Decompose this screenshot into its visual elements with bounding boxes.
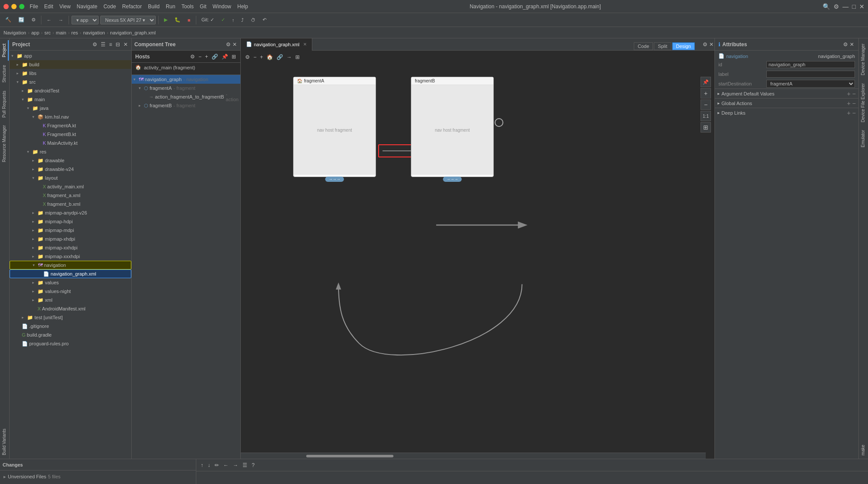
tree-item-mipmap-anydpi[interactable]: ▸📁 mipmap-anydpi-v26: [10, 208, 131, 217]
git-checkmark-btn[interactable]: ✓: [219, 16, 228, 24]
minimize-button[interactable]: [11, 4, 17, 9]
attr-help-icon[interactable]: ℹ: [718, 41, 721, 48]
window-close-icon[interactable]: ✕: [859, 3, 865, 10]
menu-tools[interactable]: Tools: [181, 3, 194, 10]
tree-item-androidmanifest[interactable]: ▸X AndroidManifest.xml: [10, 304, 131, 313]
zoom-add-icon[interactable]: 📌: [701, 77, 711, 87]
git-update-btn[interactable]: ↑: [229, 16, 237, 24]
git-up-btn[interactable]: ↑: [200, 461, 204, 469]
maximize-button[interactable]: [19, 4, 24, 9]
hosts-pin-btn[interactable]: 📌: [221, 53, 229, 61]
tree-item-build[interactable]: ▸📁 build: [10, 60, 131, 69]
project-settings-btn[interactable]: ⚙: [92, 41, 98, 48]
canvas-fit-btn[interactable]: ⊞: [294, 53, 301, 61]
device-dropdown[interactable]: Nexus 5X API 27 ▾: [100, 16, 156, 24]
tree-item-app[interactable]: ▾📁 app: [10, 51, 131, 60]
tree-item-values[interactable]: ▸📁 values: [10, 278, 131, 287]
toolbar-run-btn[interactable]: ▶: [161, 16, 170, 24]
tree-item-mipmap-xhdpi[interactable]: ▸📁 mipmap-xhdpi: [10, 235, 131, 243]
menu-build[interactable]: Build: [148, 3, 160, 10]
project-close-btn[interactable]: ✕: [123, 41, 129, 48]
sidebar-item-build-variants[interactable]: Build Variants: [0, 425, 9, 459]
zoom-in-btn[interactable]: +: [701, 88, 711, 99]
attr-input-id[interactable]: [766, 61, 855, 68]
editor-panel-settings[interactable]: ⚙: [702, 41, 708, 48]
git-unversioned-item[interactable]: ▸ Unversioned Files 5 files: [2, 472, 194, 481]
project-filter-btn[interactable]: ≡: [108, 41, 113, 48]
tab-close-icon[interactable]: ✕: [303, 42, 307, 47]
menu-edit[interactable]: Edit: [44, 3, 53, 10]
menu-window[interactable]: Window: [212, 3, 231, 10]
hosts-link-btn[interactable]: 🔗: [211, 53, 219, 61]
fragment-b-action-pill[interactable]: →→→: [443, 177, 462, 182]
toolbar-stop-btn[interactable]: ■: [185, 16, 193, 24]
app-dropdown[interactable]: ▾ app: [72, 16, 99, 24]
sidebar-item-resource-manager[interactable]: Resource Manager: [0, 122, 9, 166]
menu-view[interactable]: View: [59, 3, 71, 10]
editor-tab-nav-graph[interactable]: 📄 navigation_graph.xml ✕: [241, 38, 312, 51]
tree-item-mipmap-xxhdpi[interactable]: ▸📁 mipmap-xxhdpi: [10, 243, 131, 252]
canvas-arrow-btn[interactable]: →: [286, 53, 293, 61]
git-help-btn[interactable]: ?: [251, 461, 256, 469]
search-toolbar-icon[interactable]: 🔍: [823, 3, 830, 10]
attr-settings-btn[interactable]: ⚙: [842, 41, 849, 48]
tree-item-activity-main-xml[interactable]: ▸X activity_main.xml: [10, 182, 131, 191]
tree-item-test[interactable]: ▸📁 test [unitTest]: [10, 313, 131, 322]
hosts-minus-btn[interactable]: −: [198, 53, 202, 61]
fragment-a-box[interactable]: 🏠 fragmentA nav host fragment →→→: [293, 77, 376, 177]
tree-item-layout[interactable]: ▾📁 layout: [10, 174, 131, 182]
component-settings-btn[interactable]: ⚙: [225, 41, 232, 48]
zoom-fit-btn[interactable]: 1:1: [701, 111, 711, 121]
tree-item-mipmap-xxxhdpi[interactable]: ▸📁 mipmap-xxxhdpi: [10, 252, 131, 261]
tree-item-mipmap-mdpi[interactable]: ▸📁 mipmap-mdpi: [10, 226, 131, 235]
sidebar-item-pull-requests[interactable]: Pull Requests: [0, 87, 9, 121]
git-group-btn[interactable]: ☰: [242, 461, 248, 469]
tree-item-xml[interactable]: ▸📁 xml: [10, 296, 131, 304]
hosts-settings-btn[interactable]: ⚙: [189, 53, 196, 61]
attr-section-add-btn-3[interactable]: +: [847, 109, 851, 116]
component-close-btn[interactable]: ✕: [232, 41, 238, 48]
comp-item-fragmenta[interactable]: ▾ ⬡ fragmentA - fragment: [132, 84, 240, 92]
tree-item-navigation-graph-xml[interactable]: ▸📄 navigation_graph.xml: [10, 269, 131, 278]
breadcrumb-src[interactable]: src: [44, 30, 51, 35]
hosts-fitall-btn[interactable]: ⊞: [231, 53, 237, 61]
tree-item-drawable[interactable]: ▸📁 drawable: [10, 156, 131, 165]
canvas-home-btn[interactable]: 🏠: [266, 53, 274, 61]
breadcrumb-navigation[interactable]: navigation: [83, 30, 105, 35]
sidebar-item-make[interactable]: make: [859, 441, 868, 459]
canvas-settings-btn[interactable]: ⚙: [244, 53, 251, 61]
attr-section-minus-btn-3[interactable]: −: [852, 109, 856, 116]
attr-close-btn[interactable]: ✕: [849, 41, 855, 48]
zoom-out-btn[interactable]: −: [701, 99, 711, 110]
menu-file[interactable]: File: [30, 3, 38, 10]
fragment-b-box[interactable]: fragmentB nav host fragment →→→: [411, 77, 494, 177]
toolbar-back-btn[interactable]: ←: [44, 16, 54, 24]
breadcrumb-navigation[interactable]: Navigation: [3, 30, 26, 35]
toolbar-build-btn[interactable]: 🔨: [3, 16, 14, 24]
menu-code[interactable]: Code: [103, 3, 116, 10]
breadcrumb-res[interactable]: res: [72, 30, 78, 35]
window-maximize-icon[interactable]: □: [852, 3, 856, 10]
sidebar-item-emulator[interactable]: Emulator: [859, 126, 868, 151]
project-collapse-btn[interactable]: ⊟: [115, 41, 121, 48]
zoom-frame-btn[interactable]: ⊞: [701, 122, 711, 133]
git-edit-btn[interactable]: ✏: [214, 461, 220, 469]
nav-graph-canvas[interactable]: ⚙ − + 🏠 🔗 → ⊞: [241, 51, 714, 459]
breadcrumb-file[interactable]: navigation_graph.xml: [110, 30, 156, 35]
menu-git[interactable]: Git: [200, 3, 206, 10]
toolbar-debug-btn[interactable]: 🐛: [172, 16, 183, 24]
git-down-btn[interactable]: ↓: [207, 461, 211, 469]
comp-item-fragmentb[interactable]: ▸ ⬡ fragmentB - fragment: [132, 101, 240, 110]
comp-item-nav-graph[interactable]: ▾ 🗺 navigation_graph - navigation: [132, 75, 240, 84]
menu-refactor[interactable]: Refactor: [122, 3, 142, 10]
tree-item-java[interactable]: ▾📁 java: [10, 104, 131, 112]
tree-item-fragmenta-kt[interactable]: ▸K FragmentA.kt: [10, 121, 131, 130]
settings-icon[interactable]: ⚙: [834, 3, 839, 10]
menu-navigate[interactable]: Navigate: [77, 3, 97, 10]
attr-section-add-btn-1[interactable]: +: [847, 90, 851, 97]
hosts-item[interactable]: activity_main (fragment): [144, 65, 195, 70]
attr-section-add-btn-2[interactable]: +: [847, 100, 851, 107]
toolbar-forward-btn[interactable]: →: [56, 16, 66, 24]
git-push-btn[interactable]: ⤴: [239, 16, 246, 24]
hosts-add-btn[interactable]: +: [204, 53, 209, 61]
